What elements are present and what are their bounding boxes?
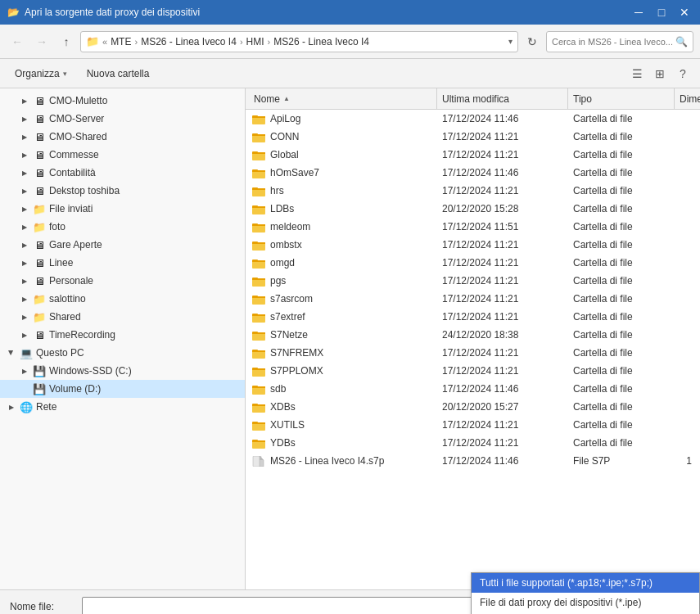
expand-arrow[interactable]: ▶: [20, 204, 29, 214]
table-row[interactable]: pgs 17/12/2024 11:21 Cartella di file: [246, 272, 700, 290]
dropdown-item[interactable]: File di dati proxy dei dispositivi (*.ip…: [472, 593, 699, 612]
new-folder-button[interactable]: Nuova cartella: [79, 62, 158, 85]
folder-icon: [252, 365, 265, 377]
file-name-text: hOmSave7: [270, 167, 319, 178]
file-name-cell: MS26 - Linea Iveco I4.s7p: [249, 455, 437, 467]
table-row[interactable]: s7asrcom 17/12/2024 11:21 Cartella di fi…: [246, 290, 700, 308]
expand-arrow[interactable]: ▶: [20, 222, 29, 232]
filename-input[interactable]: [82, 597, 488, 614]
sidebar-item-contabilita[interactable]: ▶ 🖥 Contabilità: [0, 164, 245, 182]
dropdown-item[interactable]: Tutti i file supportati (*.ap18;*.ipe;*.…: [472, 573, 699, 593]
path-part-hmi[interactable]: HMI: [246, 36, 264, 47]
col-header-date[interactable]: Ultima modifica: [437, 88, 568, 109]
tree-label: File inviati: [49, 203, 238, 214]
sidebar-item-volume-d[interactable]: 💾 Volume (D:): [0, 380, 245, 398]
expand-arrow[interactable]: ▶: [20, 186, 29, 196]
up-button[interactable]: ↑: [56, 31, 77, 52]
col-header-name[interactable]: Nome ▲: [249, 88, 437, 109]
table-row[interactable]: Global 17/12/2024 11:21 Cartella di file: [246, 146, 700, 164]
refresh-button[interactable]: ↻: [522, 31, 543, 52]
sidebar-item-cmo-shared[interactable]: ▶ 🖥 CMO-Shared: [0, 128, 245, 146]
close-button[interactable]: ✕: [675, 3, 693, 21]
organize-button[interactable]: Organizza ▾: [7, 62, 75, 85]
file-list: Nome ▲ Ultima modifica Tipo Dimensio... …: [246, 88, 700, 589]
sidebar-item-questo-pc[interactable]: ▶ 💻 Questo PC: [0, 344, 245, 362]
table-row[interactable]: MS26 - Linea Iveco I4.s7p 17/12/2024 11:…: [246, 452, 700, 470]
maximize-button[interactable]: □: [653, 3, 671, 21]
sidebar-item-dekstop-toshiba[interactable]: ▶ 🖥 Dekstop toshiba: [0, 182, 245, 200]
table-row[interactable]: hrs 17/12/2024 11:21 Cartella di file: [246, 182, 700, 200]
expand-arrow[interactable]: ▶: [20, 294, 29, 304]
table-row[interactable]: meldeom 17/12/2024 11:51 Cartella di fil…: [246, 218, 700, 236]
table-row[interactable]: S7PPLOMX 17/12/2024 11:21 Cartella di fi…: [246, 362, 700, 380]
help-button[interactable]: ?: [672, 63, 693, 84]
col-header-size[interactable]: Dimensio...: [675, 88, 700, 109]
expand-arrow[interactable]: ▶: [20, 168, 29, 178]
expand-arrow[interactable]: ▶: [20, 312, 29, 322]
file-type-cell: Cartella di file: [568, 113, 675, 124]
expand-arrow[interactable]: ▶: [7, 348, 16, 358]
tree-icon: 🌐: [20, 400, 33, 413]
sidebar-item-foto[interactable]: ▶ 📁 foto: [0, 218, 245, 236]
expand-arrow[interactable]: ▶: [20, 330, 29, 340]
expand-arrow[interactable]: ▶: [7, 402, 16, 412]
view-list-button[interactable]: ☰: [626, 63, 648, 84]
sidebar-item-linee[interactable]: ▶ 🖥 Linee: [0, 254, 245, 272]
sidebar-item-rete[interactable]: ▶ 🌐 Rete: [0, 398, 245, 416]
sidebar-item-commesse[interactable]: ▶ 🖥 Commesse: [0, 146, 245, 164]
path-part-mte[interactable]: MTE: [111, 36, 131, 47]
address-path[interactable]: 📁 « MTE › MS26 - Linea Iveco I4 › HMI › …: [80, 31, 518, 52]
back-button[interactable]: ←: [7, 31, 28, 52]
sidebar-item-windows-ssd[interactable]: ▶ 💾 Windows-SSD (C:): [0, 362, 245, 380]
table-row[interactable]: omgd 17/12/2024 11:21 Cartella di file: [246, 254, 700, 272]
table-row[interactable]: ApiLog 17/12/2024 11:46 Cartella di file: [246, 110, 700, 128]
sidebar-item-gare-aperte[interactable]: ▶ 🖥 Gare Aperte: [0, 236, 245, 254]
table-row[interactable]: XDBs 20/12/2020 15:27 Cartella di file: [246, 398, 700, 416]
expand-arrow[interactable]: ▶: [20, 114, 29, 124]
col-date-label: Ultima modifica: [442, 93, 509, 105]
search-icon[interactable]: 🔍: [675, 36, 688, 47]
sidebar-item-time-recording[interactable]: ▶ 🖥 TimeRecording: [0, 326, 245, 344]
expand-arrow[interactable]: ▶: [20, 150, 29, 160]
sidebar-item-personale[interactable]: ▶ 🖥 Personale: [0, 272, 245, 290]
filename-label: Nome file:: [10, 601, 75, 612]
view-tiles-button[interactable]: ⊞: [649, 63, 671, 84]
expand-arrow[interactable]: ▶: [20, 240, 29, 250]
path-part-ms26[interactable]: MS26 - Linea Iveco I4: [273, 36, 369, 47]
svg-rect-23: [252, 242, 265, 244]
table-row[interactable]: hOmSave7 17/12/2024 11:46 Cartella di fi…: [246, 164, 700, 182]
file-type-cell: Cartella di file: [568, 149, 675, 160]
expand-arrow[interactable]: ▶: [20, 366, 29, 376]
tree-icon: 📁: [33, 202, 46, 215]
tree-icon: 🖥: [33, 238, 46, 251]
minimize-button[interactable]: ─: [630, 3, 648, 21]
expand-arrow[interactable]: ▶: [20, 258, 29, 268]
col-header-type[interactable]: Tipo: [568, 88, 675, 109]
sidebar-item-salottino[interactable]: ▶ 📁 salottino: [0, 290, 245, 308]
sidebar-item-shared[interactable]: ▶ 📁 Shared: [0, 308, 245, 326]
table-row[interactable]: s7extref 17/12/2024 11:21 Cartella di fi…: [246, 308, 700, 326]
sidebar-item-file-inviati[interactable]: ▶ 📁 File inviati: [0, 200, 245, 218]
sidebar-item-cmo-server[interactable]: ▶ 🖥 CMO-Server: [0, 110, 245, 128]
path-dropdown-arrow[interactable]: ▾: [508, 37, 513, 46]
tree-label: salottino: [49, 293, 238, 305]
file-size-cell: 1: [675, 455, 697, 467]
table-row[interactable]: CONN 17/12/2024 11:21 Cartella di file: [246, 128, 700, 146]
tree-label: Contabilità: [49, 167, 238, 178]
table-row[interactable]: sdb 17/12/2024 11:46 Cartella di file: [246, 380, 700, 398]
table-row[interactable]: S7NFREMX 17/12/2024 11:21 Cartella di fi…: [246, 344, 700, 362]
expand-arrow[interactable]: ▶: [20, 96, 29, 106]
table-row[interactable]: XUTILS 17/12/2024 11:21 Cartella di file: [246, 416, 700, 434]
path-part-ms26-linea[interactable]: MS26 - Linea Iveco I4: [141, 36, 237, 47]
table-row[interactable]: ombstx 17/12/2024 11:21 Cartella di file: [246, 236, 700, 254]
table-row[interactable]: LDBs 20/12/2020 15:28 Cartella di file: [246, 200, 700, 218]
sidebar-item-cmo-muletto[interactable]: ▶ 🖥 CMO-Muletto: [0, 92, 245, 110]
forward-button[interactable]: →: [31, 31, 52, 52]
expand-arrow[interactable]: ▶: [20, 132, 29, 142]
filetype-dropdown[interactable]: Tutti i file supportati (*.ap18;*.ipe;*.…: [471, 572, 700, 614]
col-name-label: Nome: [254, 93, 280, 105]
table-row[interactable]: YDBs 17/12/2024 11:21 Cartella di file: [246, 434, 700, 452]
expand-arrow[interactable]: ▶: [20, 276, 29, 286]
search-input[interactable]: [552, 37, 672, 47]
table-row[interactable]: S7Netze 24/12/2020 18:38 Cartella di fil…: [246, 326, 700, 344]
